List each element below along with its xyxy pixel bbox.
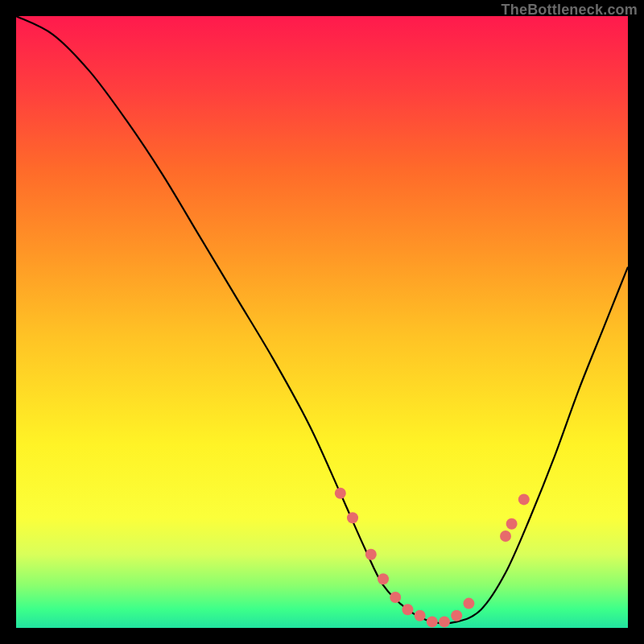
highlight-dot (402, 604, 413, 615)
highlight-dot (427, 616, 438, 627)
highlight-dot (500, 530, 511, 542)
highlight-dot (365, 549, 377, 560)
highlight-dot (463, 598, 474, 609)
highlight-dot (451, 610, 462, 621)
chart-frame (16, 16, 628, 628)
highlight-dot (390, 592, 401, 603)
highlight-dots (335, 488, 530, 628)
highlight-dot (506, 518, 518, 530)
highlight-dot (335, 488, 346, 499)
highlight-dot (378, 573, 389, 584)
highlight-dot (518, 493, 530, 505)
chart-svg (16, 16, 628, 628)
highlight-dot (415, 610, 426, 621)
bottleneck-curve (16, 16, 628, 623)
highlight-dot (439, 616, 450, 627)
watermark-text: TheBottleneck.com (502, 2, 638, 19)
highlight-dot (347, 512, 358, 523)
